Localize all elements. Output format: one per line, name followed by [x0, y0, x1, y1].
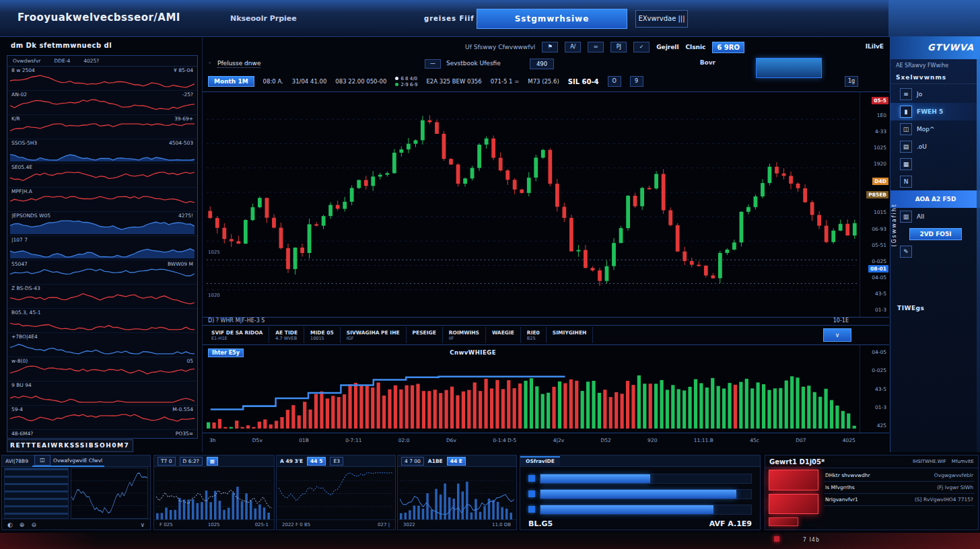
table-cell-left: NrIgvanvfvr1: [825, 497, 858, 503]
one-g-icon[interactable]: 1g: [845, 76, 858, 87]
panel-trend-mini[interactable]: A 49 3'E 44 5 E3 2022 F 0 B5027 |: [276, 455, 396, 530]
volume-chart[interactable]: 04-050-02543-501-3425 Ihter E5y CnwvWHIE…: [203, 344, 889, 433]
sidebar-item[interactable]: 2VD FO5I: [890, 225, 980, 243]
indicator-tab[interactable]: SIMIYGIHEH: [547, 327, 594, 343]
panel-a-icon-1[interactable]: ⊕: [20, 521, 25, 528]
interval-tag[interactable]: Ihter E5y: [208, 349, 244, 357]
gejrell-button[interactable]: Gejrell: [656, 44, 678, 50]
watchlist-header-item[interactable]: 4025?: [83, 58, 99, 64]
sidebar-item[interactable]: AOA A2 F5D: [890, 190, 980, 208]
panel-c-chip[interactable]: E3: [330, 457, 343, 466]
panel-a-chart: [71, 468, 148, 519]
sidebar-item[interactable]: ▦: [890, 155, 980, 173]
watchlist-item[interactable]: 55047BWW09 M: [7, 260, 197, 285]
watchlist-item[interactable]: |107 7: [7, 236, 197, 260]
sidebar-item[interactable]: ▥All: [890, 208, 980, 225]
panel-c-blue-chip[interactable]: 44 5: [307, 457, 326, 466]
panel-alerts[interactable]: Gewrt1 D1j05* IHSITWHE.WIF MfumvItE DHkt…: [765, 455, 979, 530]
watchlist-item[interactable]: 48-6M4?PO35=: [7, 430, 197, 439]
iliad-button[interactable]: ILilvE: [866, 43, 884, 50]
watchlist-sparkline: [10, 195, 195, 210]
panel-a-tab[interactable]: ◫ OvwafvgwvIE Cfwvl: [32, 455, 104, 467]
panel-a-list[interactable]: [4, 468, 69, 519]
alert-indicator-column: [769, 470, 818, 526]
check-icon[interactable]: ✓: [633, 42, 650, 52]
watchlist-item[interactable]: B05.3, 45-1: [7, 309, 197, 333]
panel-d-xaxis: 302211.0 DB: [398, 519, 516, 529]
watchlist-header-item[interactable]: Ovwdwsfvr: [13, 58, 40, 64]
quote-2: 083 22.00 050-00: [335, 78, 386, 85]
watchlist-item[interactable]: K/R39-69+: [7, 115, 197, 139]
clsnic-button[interactable]: Clsnic: [686, 44, 706, 50]
sidebar-item[interactable]: ▮FWEH 5: [890, 103, 980, 120]
watchlist-item[interactable]: AN-02-25?: [7, 91, 197, 115]
indicator-tab[interactable]: ROIMWIHSIIF: [443, 327, 486, 343]
status-footer: 7 I4b: [0, 533, 980, 549]
watchlist-item-label: MPF|H.A: [11, 188, 32, 194]
watchlist-item[interactable]: w-8(0)05: [7, 357, 197, 381]
panel-a-icon-0[interactable]: ◐: [7, 521, 13, 528]
indicator-tab[interactable]: MIDE 0510015: [304, 327, 341, 343]
sidebar-item[interactable]: ◫Mop^: [890, 120, 980, 138]
watchlist-item[interactable]: |EPSONDS W054275!: [7, 212, 197, 236]
panel-a-icon-2[interactable]: ⊖: [31, 521, 36, 528]
flag-icon[interactable]: ⚑: [542, 42, 558, 52]
indicator-tab[interactable]: WAEGIE: [486, 327, 521, 343]
price-axis[interactable]: 18-251E04-3310251920D8505-3101506-9305-5…: [860, 92, 889, 317]
rate-badge[interactable]: 6 9RO: [712, 42, 744, 53]
indicator-tab[interactable]: SIVWAGIHA PE IHEIGF: [341, 327, 407, 343]
indicator-tab[interactable]: AE TIDE4.7 WVEB: [269, 327, 304, 343]
indicator-tab[interactable]: RIE0B25: [521, 327, 547, 343]
primary-action-button[interactable]: Sstgmwrhsiwe: [477, 9, 627, 29]
filter-value-box[interactable]: 490: [530, 59, 554, 69]
pen-a-icon[interactable]: A/: [565, 42, 581, 52]
watchlist-sparkline: [10, 219, 195, 234]
secondary-action-button[interactable]: EXvwrvdae |||: [635, 10, 688, 28]
top-bar-menu[interactable]: greises Fiif: [424, 15, 475, 22]
pen-p-icon[interactable]: PJ: [610, 42, 627, 52]
watchlist-item[interactable]: 8 w 2504¥ 85-04: [7, 67, 197, 91]
panel-d-blue-chip[interactable]: 44 E: [447, 457, 466, 466]
panel-progress[interactable]: OSfravIDE BL.G5 AVF A.1E9: [520, 455, 761, 530]
sidebar-item[interactable]: ≡Jo: [890, 85, 980, 103]
panel-b-chip-2[interactable]: D 6:2?: [180, 457, 203, 466]
watchlist-item[interactable]: SE05.4E: [7, 163, 197, 188]
panel-a-icon-3[interactable]: ∨: [140, 521, 145, 528]
sidebar-item[interactable]: ▤.oU: [890, 138, 980, 155]
watchlist-item[interactable]: SSOS-5H34504-503: [7, 139, 197, 163]
indicator-tab[interactable]: PESEIGE: [407, 327, 443, 343]
panel-b-xaxis: F 0251025025-1: [154, 519, 274, 529]
sidebar-item[interactable]: N: [890, 173, 980, 190]
camera-icon[interactable]: O: [608, 76, 621, 87]
panel-b-blue-chip[interactable]: ▦: [207, 457, 218, 466]
time-axis[interactable]: 3hD5v01B0-7:1102:0D6v0-1:4 D-54|2vD52920…: [203, 435, 889, 445]
chart-status-right: 10-1E: [833, 318, 849, 324]
watchlist-item[interactable]: Z BS-DS-43: [7, 285, 197, 309]
panel-b-chip-1[interactable]: T7 0: [158, 457, 176, 466]
panel-depth-mini[interactable]: T7 0 D 6:2? ▦ F 0251025025-1: [153, 455, 275, 530]
sidebar-item[interactable]: ✎: [890, 243, 980, 260]
panel-a-tab-label: OvwafvgwvIE Cfwvl: [53, 458, 102, 464]
indicator-tab[interactable]: SVIF DE SA RIDOAE1-H1E: [205, 327, 269, 343]
dash-toggle[interactable]: —: [425, 59, 441, 69]
nine-icon[interactable]: 9: [630, 76, 643, 87]
seekbook-label: Sevstbook Ufesfie: [446, 60, 501, 67]
panel-f-sub-1: IHSITWHE.WIF: [913, 459, 946, 464]
panel-signal-mini[interactable]: 4 7 00 A1BE 44 E 302211.0 DB: [397, 455, 517, 530]
panel-watch-mini[interactable]: AVI|78B9 ◫ OvwafvgwvIE Cfwvl ◐⊕⊖∨: [1, 455, 151, 530]
watchlist-item[interactable]: 59-4M-0.554: [7, 406, 197, 430]
sidebar-scrollbar[interactable]: [977, 36, 980, 452]
watchlist-item[interactable]: 9 BU 94: [7, 381, 197, 406]
candlestick-chart[interactable]: 18-251E04-3310251920D8505-3101506-9305-5…: [203, 92, 889, 318]
wave-icon[interactable]: ≈: [588, 42, 604, 52]
watchlist-header-item[interactable]: DDE-4: [54, 58, 70, 64]
indicator-dropdown-button[interactable]: ∨: [823, 328, 851, 342]
preset-dropdown[interactable]: Pfelusse dnwe: [217, 60, 260, 68]
panel-e-tab[interactable]: OSfravIDE: [520, 456, 560, 466]
watchlist-item[interactable]: +7BO|4E4: [7, 333, 197, 357]
timeframe-button[interactable]: Month 1M: [208, 76, 254, 87]
watchlist-item[interactable]: MPF|H.A: [7, 188, 197, 212]
time-tick: 0-7:11: [345, 437, 361, 443]
table-cell-right: Ovgwgwvvfeblr: [934, 472, 973, 478]
panel-d-chip-1[interactable]: 4 7 00: [401, 457, 424, 466]
